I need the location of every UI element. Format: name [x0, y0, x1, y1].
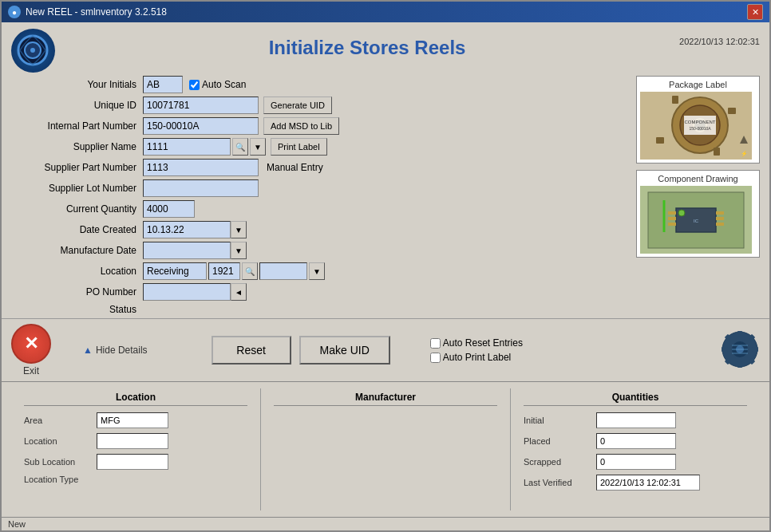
supplier-part-input[interactable] [143, 159, 259, 176]
auto-print-label: Auto Print Label [430, 352, 523, 363]
supplier-lot-input[interactable] [143, 179, 259, 197]
svg-rect-10 [672, 96, 678, 104]
svg-rect-32 [737, 361, 742, 368]
reset-button[interactable]: Reset [212, 336, 291, 365]
svg-rect-11 [714, 148, 720, 156]
manufacture-date-row: Manufacture Date ▼ [11, 242, 628, 259]
exit-button[interactable]: ✕ Exit [11, 324, 51, 376]
package-label-box: Package Label COMPONENT 150-00010A [636, 76, 760, 164]
svg-text:IC: IC [694, 219, 699, 223]
svg-text:150-00010A: 150-00010A [689, 126, 711, 131]
component-drawing-image: IC [640, 186, 752, 254]
detail-location-input[interactable] [97, 433, 168, 449]
location-search-icon[interactable]: 🔍 [242, 262, 258, 280]
action-buttons: Reset Make UID [212, 336, 390, 365]
date-created-input[interactable] [143, 221, 231, 238]
reel-svg: COMPONENT 150-00010A ⚡ [640, 92, 752, 160]
manual-entry-label: Manual Entry [267, 162, 323, 173]
location-input[interactable] [143, 262, 207, 280]
status-text: New [8, 519, 26, 529]
initial-input[interactable] [596, 412, 676, 428]
auto-reset-label: Auto Reset Entries [430, 337, 523, 349]
images-area: Package Label COMPONENT 150-00010A [636, 76, 760, 318]
internal-part-input[interactable] [143, 117, 259, 135]
manufacture-date-label: Manufacture Date [11, 245, 143, 256]
location-extra-input[interactable] [259, 262, 307, 280]
location-label: Location [11, 266, 143, 277]
hide-details-label: Hide Details [96, 345, 148, 356]
supplier-name-label: Supplier Name [11, 141, 143, 152]
area-label: Area [24, 416, 92, 425]
make-uid-button[interactable]: Make UID [299, 336, 390, 365]
location-number-input[interactable] [208, 262, 240, 280]
svg-text:COMPONENT: COMPONENT [685, 120, 716, 124]
quantities-section: Quantities Initial Placed Scrapped L [511, 388, 760, 510]
unique-id-row: Unique ID Generate UID [11, 97, 628, 114]
detail-location-label: Location [24, 436, 92, 446]
auto-print-text: Auto Print Label [443, 352, 511, 363]
scrapped-row: Scrapped [524, 454, 747, 470]
location-row: Location 🔍 ▼ [11, 262, 628, 280]
supplier-name-input[interactable] [143, 138, 231, 156]
exit-label: Exit [23, 365, 39, 376]
placed-label: Placed [524, 436, 591, 446]
close-button[interactable]: ✕ [747, 4, 763, 20]
add-msd-button[interactable]: Add MSD to Lib [263, 117, 339, 135]
manufacture-date-dropdown-icon[interactable]: ▼ [231, 242, 247, 259]
current-qty-label: Current Quantity [11, 203, 143, 215]
component-drawing-title: Component Drawing [640, 174, 756, 183]
internal-part-label: Internal Part Number [11, 120, 143, 132]
last-verified-label: Last Verified [524, 478, 591, 487]
manufacturer-section: Manufacturer [261, 388, 511, 510]
initials-input[interactable] [143, 76, 183, 93]
last-verified-row: Last Verified [524, 475, 747, 491]
supplier-search-icon[interactable]: 🔍 [232, 138, 248, 156]
initials-row: Your Initials Auto Scan [11, 76, 628, 93]
supplier-lot-row: Supplier Lot Number [11, 179, 628, 197]
internal-part-row: Internal Part Number Add MSD to Lib [11, 117, 628, 135]
svg-text:⚡: ⚡ [741, 150, 748, 157]
logo [11, 29, 55, 73]
exit-circle-icon: ✕ [11, 324, 51, 364]
location-dropdown-icon[interactable]: ▼ [309, 262, 325, 280]
page-title: Initialize Stores Reels [55, 29, 679, 59]
detail-location-row: Location [24, 433, 247, 449]
supplier-lot-label: Supplier Lot Number [11, 183, 143, 194]
generate-uid-button[interactable]: Generate UID [263, 97, 332, 114]
svg-rect-34 [752, 347, 758, 352]
timestamp: 2022/10/13 12:02:31 [679, 29, 760, 46]
current-qty-input[interactable] [143, 200, 195, 218]
po-number-input[interactable] [143, 283, 231, 301]
component-drawing-box: Component Drawing [636, 170, 760, 258]
auto-reset-checkbox[interactable] [430, 338, 441, 349]
initial-label: Initial [524, 416, 591, 425]
sub-location-label: Sub Location [24, 457, 92, 467]
auto-print-checkbox[interactable] [430, 353, 441, 363]
scrapped-label: Scrapped [524, 457, 591, 467]
status-row: Status [11, 304, 628, 315]
current-qty-row: Current Quantity [11, 200, 628, 218]
last-verified-input[interactable] [596, 475, 700, 491]
unique-id-input[interactable] [143, 97, 259, 114]
date-created-dropdown-icon[interactable]: ▼ [231, 221, 247, 238]
auto-scan-checkbox[interactable] [189, 80, 200, 90]
placed-input[interactable] [596, 433, 676, 449]
supplier-dropdown-icon[interactable]: ▼ [250, 138, 266, 156]
location-control: 🔍 ▼ [143, 262, 325, 280]
supplier-part-row: Supplier Part Number Manual Entry [11, 159, 628, 176]
sub-location-input[interactable] [97, 454, 168, 470]
date-created-row: Date Created ▼ [11, 221, 628, 238]
initial-row: Initial [524, 412, 747, 428]
supplier-name-row: Supplier Name 🔍 ▼ Print Label [11, 138, 628, 156]
quantities-section-title: Quantities [524, 392, 747, 406]
area-input[interactable] [97, 412, 168, 428]
manufacturer-section-title: Manufacturer [274, 392, 497, 406]
po-back-icon[interactable]: ◄ [231, 283, 247, 301]
package-label-title: Package Label [640, 80, 756, 89]
print-label-button[interactable]: Print Label [271, 138, 327, 156]
manufacture-date-input[interactable] [143, 242, 231, 259]
hide-details-toggle[interactable]: ▲ Hide Details [83, 345, 148, 356]
logo-area [11, 29, 55, 73]
scrapped-input[interactable] [596, 454, 676, 470]
svg-rect-13 [656, 137, 664, 144]
